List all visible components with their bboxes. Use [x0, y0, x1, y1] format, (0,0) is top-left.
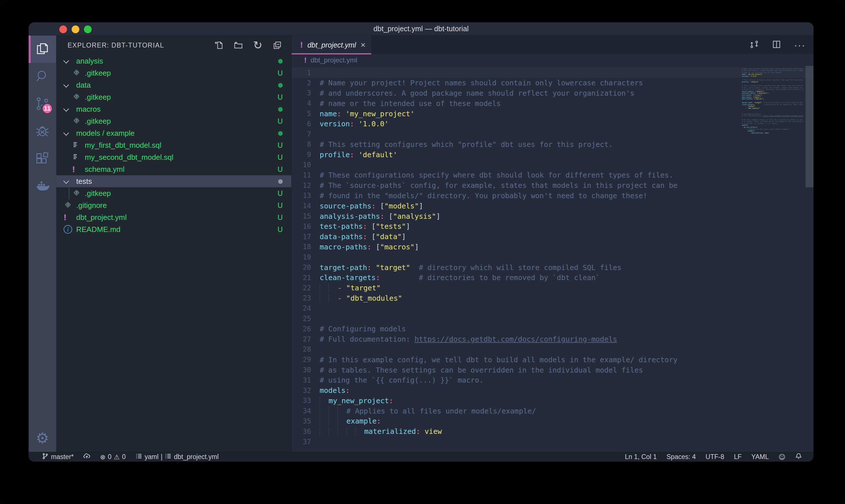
more-actions-icon[interactable]: ···	[794, 39, 806, 51]
close-tab-icon[interactable]: ×	[361, 41, 366, 49]
new-file-button[interactable]	[213, 39, 225, 51]
code-line[interactable]: 8# This setting configures which "profil…	[292, 140, 813, 150]
encoding-status[interactable]: UTF-8	[703, 453, 727, 461]
code-line[interactable]: 5name: 'my_new_project'	[292, 109, 813, 119]
code-line[interactable]: 25	[292, 313, 813, 324]
tab-label: dbt_project.yml	[307, 41, 356, 49]
code-line[interactable]: 18macro-paths: ["macros"]	[292, 242, 813, 252]
code-line[interactable]: 31# using the `{{ config(...) }}` macro.	[292, 375, 813, 385]
yaml-schema-status[interactable]: yaml | dbt_project.yml	[132, 453, 222, 461]
git-branch-status[interactable]: master*	[39, 453, 76, 461]
code-line[interactable]: 37	[292, 437, 813, 447]
minimap-line: # In this example config, we tell dbt to…	[741, 119, 803, 121]
tree-item-schema-yml[interactable]: !schema.ymlU	[56, 163, 291, 175]
code-line[interactable]: 21clean-targets: # directories to be rem…	[292, 273, 813, 283]
code-line[interactable]: 19	[292, 252, 813, 262]
tree-item--gitkeep[interactable]: .gitkeepU	[56, 115, 291, 127]
indentation-status[interactable]: Spaces: 4	[664, 453, 699, 461]
code-line[interactable]: 10	[292, 160, 813, 170]
untracked-badge: U	[277, 153, 283, 161]
split-editor-icon[interactable]	[772, 39, 781, 50]
activity-explorer[interactable]	[29, 36, 56, 63]
code-line[interactable]: 9profile: 'default'	[292, 149, 813, 160]
code-line[interactable]: 13# found in the "models/" directory. Yo…	[292, 191, 813, 201]
activity-docker[interactable]	[29, 173, 56, 200]
code-line[interactable]: 1	[292, 68, 813, 78]
minimap[interactable]: # Name your project! Project names shoul…	[741, 66, 803, 136]
tree-item--gitignore[interactable]: .gitignoreU	[56, 199, 291, 211]
code-line[interactable]: 6version: '1.0.0'	[292, 119, 813, 129]
code-line[interactable]: 28	[292, 344, 813, 355]
bell-icon	[795, 453, 802, 461]
problems-status[interactable]: ⊗ 0 ⚠ 0	[97, 453, 129, 461]
activity-extensions[interactable]	[29, 145, 56, 173]
tree-item-my-first-dbt-model-sql[interactable]: my_first_dbt_model.sqlU	[56, 139, 291, 151]
minimap-line: example:	[741, 130, 803, 132]
tree-item-tests[interactable]: tests	[56, 175, 291, 187]
sync-status[interactable]	[80, 453, 93, 461]
code-line[interactable]: 35 example:	[292, 416, 813, 426]
breadcrumb-file[interactable]: dbt_project.yml	[310, 56, 357, 64]
cursor-position[interactable]: Ln 1, Col 1	[622, 453, 660, 461]
tab-dbt-project-yml[interactable]: ! dbt_project.yml ×	[292, 36, 371, 54]
tree-item-readme-md[interactable]: iREADME.mdU	[56, 223, 291, 235]
activity-debug[interactable]	[29, 118, 56, 145]
activity-settings[interactable]: ⚙	[29, 425, 56, 452]
editor-scrollbar[interactable]	[806, 66, 813, 187]
tree-item--gitkeep[interactable]: .gitkeepU	[56, 91, 291, 103]
code-line[interactable]: 4# name or the intended use of these mod…	[292, 98, 813, 109]
code-line[interactable]: 24	[292, 303, 813, 313]
code-line[interactable]: 30# as tables. These settings can be ove…	[292, 365, 813, 375]
code-lines[interactable]: 12# Name your project! Project names sho…	[292, 68, 813, 447]
tree-item--gitkeep[interactable]: .gitkeepU	[56, 67, 291, 79]
code-line[interactable]: 12# The `source-paths` config, for examp…	[292, 180, 813, 191]
tree-item-macros[interactable]: macros	[56, 103, 291, 115]
code-line[interactable]: 14source-paths: ["models"]	[292, 201, 813, 211]
code-line[interactable]: 22 - "target"	[292, 283, 813, 293]
code-line[interactable]: 32models:	[292, 385, 813, 396]
tree-item-label: data	[76, 81, 278, 90]
tree-item-dbt-project-yml[interactable]: !dbt_project.ymlU	[56, 211, 291, 223]
refresh-button[interactable]: ↻	[252, 39, 264, 51]
breadcrumb[interactable]: ! dbt_project.yml	[292, 54, 813, 66]
tree-item-label: tests	[76, 177, 278, 186]
line-number: 32	[292, 386, 311, 395]
tree-item-data[interactable]: data	[56, 79, 291, 91]
code-line[interactable]: 2# Name your project! Project names shou…	[292, 78, 813, 88]
code-line[interactable]: 16test-paths: ["tests"]	[292, 221, 813, 232]
tree-item-my-second-dbt-model-sql[interactable]: my_second_dbt_model.sqlU	[56, 151, 291, 163]
new-folder-button[interactable]	[232, 39, 244, 51]
code-line[interactable]: 36 materialized: view	[292, 426, 813, 437]
code-line[interactable]: 20target-path: "target" # directory whic…	[292, 262, 813, 273]
collapse-all-button[interactable]	[271, 39, 283, 51]
close-window-button[interactable]	[59, 25, 67, 33]
code-line[interactable]: 11# These configurations specify where d…	[292, 170, 813, 180]
code-line[interactable]: 3# and underscores. A good package name …	[292, 88, 813, 98]
tree-item-analysis[interactable]: analysis	[56, 55, 291, 67]
notifications-status[interactable]	[792, 453, 805, 461]
activity-search[interactable]	[29, 63, 56, 90]
code-line[interactable]: 15analysis-paths: ["analysis"]	[292, 211, 813, 221]
feedback-status[interactable]: ☺	[776, 453, 788, 461]
eol-status[interactable]: LF	[731, 453, 744, 461]
code-line[interactable]: 23 - "dbt_modules"	[292, 293, 813, 304]
line-number: 31	[292, 376, 311, 384]
code-line[interactable]: 33 my_new_project:	[292, 396, 813, 406]
info-icon: i	[64, 225, 72, 234]
code-line[interactable]: 26# Configuring models	[292, 324, 813, 334]
minimap-line	[741, 77, 803, 79]
code-line[interactable]: 27# Full documentation: https://docs.get…	[292, 334, 813, 344]
code-line[interactable]: 29# In this example config, we tell dbt …	[292, 355, 813, 365]
code-line[interactable]: 17data-paths: ["data"]	[292, 232, 813, 242]
code-line[interactable]: 34 # Applies to all files under models/e…	[292, 406, 813, 416]
open-changes-icon[interactable]	[749, 39, 759, 50]
tree-item-models-example[interactable]: models / example	[56, 127, 291, 139]
activity-source-control[interactable]: 11	[29, 90, 56, 118]
minimize-window-button[interactable]	[72, 25, 79, 33]
code-editor[interactable]: 12# Name your project! Project names sho…	[292, 66, 813, 452]
tree-item--gitkeep[interactable]: .gitkeepU	[56, 187, 291, 199]
code-line[interactable]: 7	[292, 129, 813, 140]
language-mode[interactable]: YAML	[749, 453, 772, 461]
git-file-icon	[72, 68, 81, 78]
zoom-window-button[interactable]	[84, 25, 92, 33]
